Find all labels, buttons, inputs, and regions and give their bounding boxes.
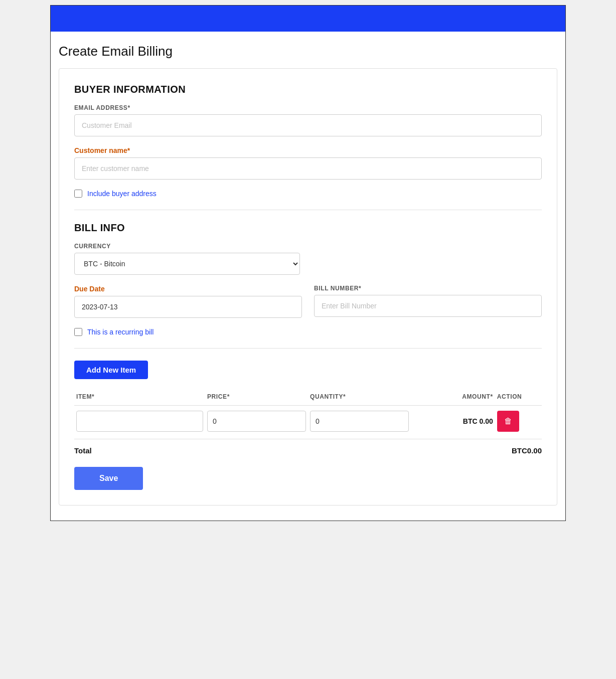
- item-action-cell: 🗑: [495, 406, 542, 437]
- bill-number-col: BILL NUMBER*: [314, 285, 542, 318]
- include-address-row: Include buyer address: [74, 190, 542, 198]
- save-button[interactable]: Save: [74, 467, 143, 490]
- include-address-checkbox[interactable]: [74, 190, 82, 198]
- recurring-bill-label[interactable]: This is a recurring bill: [87, 328, 153, 336]
- bill-info-section-title: BILL INFO: [74, 222, 542, 234]
- due-date-col: Due Date: [74, 285, 302, 318]
- trash-icon: 🗑: [504, 417, 512, 426]
- item-amount-display: BTC 0.00: [413, 417, 493, 425]
- item-quantity-cell: [308, 406, 411, 437]
- top-bar: [51, 6, 565, 32]
- items-table: ITEM* PRICE* QUANTITY* AMOUNT* ACTION: [74, 389, 542, 437]
- due-date-bill-number-row: Due Date BILL NUMBER*: [74, 285, 542, 318]
- email-label: EMAIL ADDRESS*: [74, 104, 542, 111]
- buyer-info-section-title: BUYER INFORMATION: [74, 84, 542, 95]
- email-input[interactable]: [74, 114, 542, 136]
- section-divider-2: [74, 348, 542, 349]
- item-price-cell: [205, 406, 308, 437]
- table-header-row: ITEM* PRICE* QUANTITY* AMOUNT* ACTION: [74, 389, 542, 406]
- recurring-bill-checkbox[interactable]: [74, 328, 82, 336]
- bill-number-label: BILL NUMBER*: [314, 285, 542, 292]
- col-header-price: PRICE*: [205, 389, 308, 406]
- due-date-label: Due Date: [74, 285, 302, 293]
- item-name-cell: [74, 406, 205, 437]
- bill-number-input[interactable]: [314, 295, 542, 317]
- col-header-item: ITEM*: [74, 389, 205, 406]
- col-header-action: ACTION: [495, 389, 542, 406]
- add-new-item-button[interactable]: Add New Item: [74, 361, 148, 379]
- item-name-input[interactable]: [76, 411, 203, 432]
- due-date-input[interactable]: [74, 296, 302, 318]
- total-amount: BTC0.00: [512, 446, 542, 455]
- include-address-label[interactable]: Include buyer address: [87, 190, 157, 198]
- table-row: BTC 0.00 🗑: [74, 406, 542, 437]
- page-title: Create Email Billing: [59, 44, 557, 59]
- total-label: Total: [74, 446, 92, 455]
- recurring-bill-row: This is a recurring bill: [74, 328, 542, 336]
- item-amount-cell: BTC 0.00: [411, 406, 495, 437]
- currency-field-group: CURRENCY BTC - Bitcoin ETH - Ethereum US…: [74, 243, 542, 275]
- total-row: Total BTC0.00: [74, 439, 542, 459]
- delete-item-button[interactable]: 🗑: [497, 411, 519, 432]
- currency-label: CURRENCY: [74, 243, 542, 250]
- customer-name-label: Customer name*: [74, 146, 542, 154]
- customer-name-input[interactable]: [74, 157, 542, 180]
- item-price-input[interactable]: [207, 411, 306, 432]
- customer-name-field-group: Customer name*: [74, 146, 542, 180]
- section-divider-1: [74, 210, 542, 210]
- form-card: BUYER INFORMATION EMAIL ADDRESS* Custome…: [59, 68, 557, 505]
- col-header-amount: AMOUNT*: [411, 389, 495, 406]
- currency-select[interactable]: BTC - Bitcoin ETH - Ethereum USDT - Teth…: [74, 253, 300, 275]
- email-field-group: EMAIL ADDRESS*: [74, 104, 542, 136]
- col-header-quantity: QUANTITY*: [308, 389, 411, 406]
- item-quantity-input[interactable]: [310, 411, 409, 432]
